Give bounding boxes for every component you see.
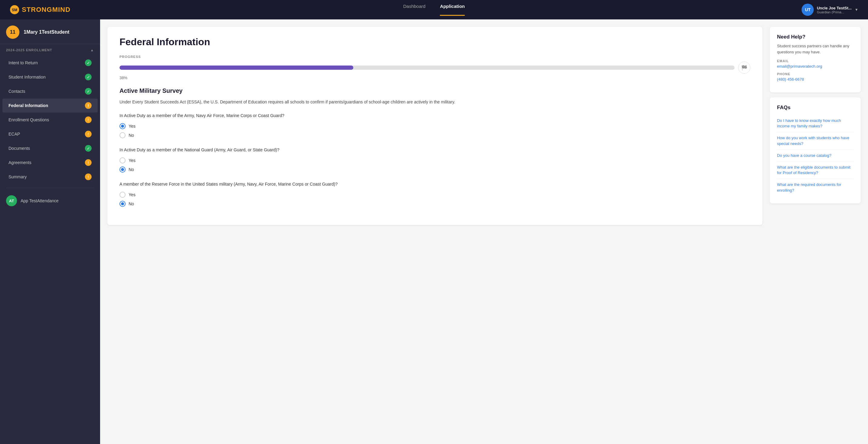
avatar: UT — [802, 4, 814, 16]
flag-button[interactable]: 🏁 — [738, 62, 750, 74]
faq-item-4[interactable]: What are the eligible documents to submi… — [777, 162, 854, 179]
main-form: Federal Information PROGRESS 🏁 38% Activ… — [107, 27, 763, 225]
radio-q2-yes[interactable] — [120, 157, 126, 163]
enrollment-title: 2024-2025 ENROLLMENT ▲ — [6, 48, 94, 52]
sidebar-item-federal-information[interactable]: Federal Information ! — [2, 99, 98, 113]
nav-dashboard[interactable]: Dashboard — [403, 4, 425, 16]
question-3-text: A member of the Reserve Force in the Uni… — [120, 181, 750, 187]
radio-q2-no[interactable] — [120, 166, 126, 172]
sidebar-item-student-information[interactable]: Student Information ✓ — [2, 70, 98, 84]
question-3-block: A member of the Reserve Force in the Uni… — [120, 181, 750, 207]
faq-title: FAQs — [777, 105, 854, 111]
question-2-yes[interactable]: Yes — [120, 157, 750, 163]
status-icon-green: ✓ — [85, 145, 92, 152]
main-nav: Dashboard Application — [403, 4, 465, 16]
question-3-no[interactable]: No — [120, 201, 750, 207]
help-panel: Need Help? Student success partners can … — [770, 27, 861, 203]
sidebar-item-enrollment-questions[interactable]: Enrollment Questions ! — [2, 113, 98, 127]
chevron-up-icon: ▲ — [90, 48, 94, 52]
sidebar-item-ecap[interactable]: ECAP ! — [2, 127, 98, 141]
nav-application[interactable]: Application — [440, 4, 465, 16]
status-icon-orange: ! — [85, 117, 92, 123]
radio-q1-yes[interactable] — [120, 123, 126, 129]
sidebar: 11 1Mary 1TestStudent 2024-2025 ENROLLME… — [0, 20, 100, 444]
page-title: Federal Information — [120, 36, 750, 47]
question-3-yes[interactable]: Yes — [120, 192, 750, 198]
app-avatar: AT — [6, 195, 17, 206]
email-link[interactable]: email@primaveratech.org — [777, 64, 854, 68]
sidebar-item-agreements[interactable]: Agreements ! — [2, 156, 98, 169]
question-2-no[interactable]: No — [120, 166, 750, 172]
status-icon-orange: ! — [85, 173, 92, 180]
need-help-title: Need Help? — [777, 34, 854, 40]
user-name: Uncle Joe TestSt... — [817, 6, 851, 10]
sidebar-nav: Intent to Return ✓ Student Information ✓… — [0, 54, 100, 185]
section-title: Active Military Survey — [120, 87, 750, 94]
section-desc: Under Every Student Succeeds Act (ESSA),… — [120, 99, 750, 105]
user-info: Uncle Joe TestSt... Guardian (Prima... — [817, 6, 851, 14]
question-2-block: In Active Duty as a member of the Nation… — [120, 147, 750, 172]
phone-label: PHONE — [777, 72, 854, 76]
progress-bar-fill — [120, 65, 353, 70]
student-header: 11 1Mary 1TestStudent — [0, 20, 100, 44]
sidebar-item-intent-to-return[interactable]: Intent to Return ✓ — [2, 56, 98, 70]
content-area: Federal Information PROGRESS 🏁 38% Activ… — [100, 20, 868, 444]
faq-item-2[interactable]: How do you work with students who have s… — [777, 132, 854, 150]
question-1-no[interactable]: No — [120, 132, 750, 138]
faq-item-1[interactable]: Do I have to know exactly how much incom… — [777, 115, 854, 132]
app-test-area: AT App TestAttendance — [0, 190, 100, 211]
progress-bar-bg — [120, 65, 735, 70]
question-1-options: Yes No — [120, 123, 750, 138]
sidebar-item-contacts[interactable]: Contacts ✓ — [2, 84, 98, 98]
student-name: 1Mary 1TestStudent — [24, 29, 69, 35]
app-name: App TestAttendance — [21, 198, 59, 203]
question-2-options: Yes No — [120, 157, 750, 172]
question-1-yes[interactable]: Yes — [120, 123, 750, 129]
question-3-options: Yes No — [120, 192, 750, 207]
need-help-desc: Student success partners can handle any … — [777, 43, 854, 55]
logo-icon: SM — [10, 5, 20, 14]
svg-text:SM: SM — [12, 8, 17, 12]
faq-item-3[interactable]: Do you have a course catalog? — [777, 150, 854, 162]
status-icon-orange: ! — [85, 131, 92, 137]
status-icon-green: ✓ — [85, 74, 92, 81]
status-icon-green: ✓ — [85, 88, 92, 95]
logo-text: STRONGMIND — [22, 6, 70, 14]
email-label: EMAIL — [777, 59, 854, 63]
student-badge: 11 — [6, 26, 20, 39]
enrollment-section: 2024-2025 ENROLLMENT ▲ — [0, 44, 100, 54]
progress-label: PROGRESS — [120, 55, 750, 59]
header: SM STRONGMIND Dashboard Application UT U… — [0, 0, 868, 20]
question-1-block: In Active Duty as a member of the Army, … — [120, 113, 750, 138]
user-menu[interactable]: UT Uncle Joe TestSt... Guardian (Prima..… — [802, 4, 858, 16]
user-role: Guardian (Prima... — [817, 10, 851, 14]
phone-link[interactable]: (480) 456-6678 — [777, 77, 854, 82]
question-2-text: In Active Duty as a member of the Nation… — [120, 147, 750, 153]
chevron-down-icon: ▼ — [855, 8, 858, 12]
need-help-card: Need Help? Student success partners can … — [770, 27, 861, 93]
faq-item-5[interactable]: What are the required documents for enro… — [777, 179, 854, 196]
radio-q3-no[interactable] — [120, 201, 126, 207]
status-icon-orange: ! — [85, 159, 92, 166]
logo: SM STRONGMIND — [10, 5, 70, 14]
sidebar-item-documents[interactable]: Documents ✓ — [2, 141, 98, 155]
sidebar-item-summary[interactable]: Summary ! — [2, 170, 98, 184]
status-icon-orange: ! — [85, 102, 92, 109]
progress-container: 🏁 — [120, 62, 750, 74]
faq-card: FAQs Do I have to know exactly how much … — [770, 97, 861, 203]
question-1-text: In Active Duty as a member of the Army, … — [120, 113, 750, 119]
sidebar-divider — [6, 188, 94, 188]
status-icon-green: ✓ — [85, 59, 92, 66]
radio-q1-no[interactable] — [120, 132, 126, 138]
radio-q3-yes[interactable] — [120, 192, 126, 198]
progress-percentage: 38% — [120, 75, 750, 80]
